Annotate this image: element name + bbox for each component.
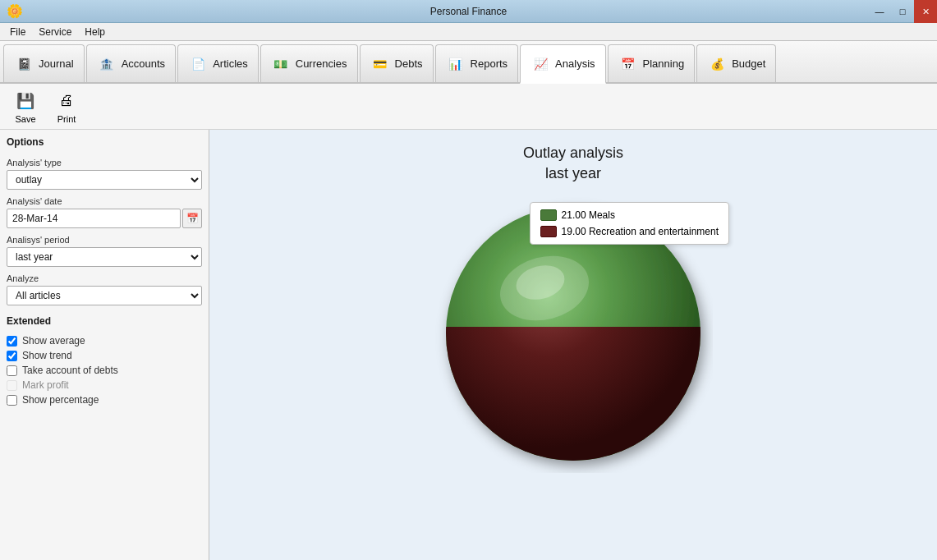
nav-planning[interactable]: 📅 Planning <box>608 44 696 82</box>
print-label: Print <box>57 114 76 124</box>
reports-icon: 📊 <box>446 54 466 74</box>
nav-accounts[interactable]: 🏦 Accounts <box>86 44 176 82</box>
accounts-icon: 🏦 <box>97 54 117 74</box>
print-button[interactable]: 🖨 Print <box>48 85 85 128</box>
take-debts-item: Take account of debts <box>7 365 202 376</box>
legend-swatch-recreation <box>540 226 557 237</box>
nav-budget[interactable]: 💰 Budget <box>696 44 776 82</box>
chart-title: Outlay analysis last year <box>523 143 623 184</box>
print-icon: 🖨 <box>55 90 78 112</box>
menu-bar: File Service Help <box>0 23 937 41</box>
analyze-select[interactable]: All articles Selected articles <box>7 286 202 305</box>
app-logo: 🌼 <box>7 3 23 20</box>
nav-bar: 📓 Journal 🏦 Accounts 📄 Articles 💵 Curren… <box>0 41 937 84</box>
nav-currencies[interactable]: 💵 Currencies <box>260 44 358 82</box>
analysis-date-wrapper: 📅 <box>7 209 202 228</box>
extended-title: Extended <box>7 315 202 330</box>
main-content: Options Analysis' type outlay income bal… <box>0 130 937 560</box>
legend-swatch-meals <box>540 209 557 221</box>
save-label: Save <box>15 114 35 124</box>
options-title: Options <box>7 136 202 151</box>
analysis-date-input[interactable] <box>7 209 181 228</box>
nav-budget-label: Budget <box>732 57 765 70</box>
legend-item-recreation: 19.00 Recreation and entertainment <box>540 226 719 237</box>
show-trend-label: Show trend <box>22 350 72 361</box>
toolbar: 💾 Save 🖨 Print <box>0 84 937 130</box>
legend-item-meals: 21.00 Meals <box>540 209 719 221</box>
take-debts-checkbox[interactable] <box>7 365 17 376</box>
nav-journal[interactable]: 📓 Journal <box>3 44 85 82</box>
analysis-date-label: Analysis' date <box>7 196 202 206</box>
planning-icon: 📅 <box>618 54 638 74</box>
menu-help[interactable]: Help <box>78 25 112 39</box>
journal-icon: 📓 <box>14 54 34 74</box>
mark-profit-checkbox[interactable] <box>7 380 17 391</box>
menu-file[interactable]: File <box>3 25 32 39</box>
show-trend-item: Show trend <box>7 350 202 361</box>
legend-box: 21.00 Meals 19.00 Recreation and enterta… <box>530 202 729 245</box>
show-average-checkbox[interactable] <box>7 336 17 347</box>
debts-icon: 💳 <box>370 54 390 74</box>
nav-currencies-label: Currencies <box>296 57 347 70</box>
chart-title-line2: last year <box>545 165 601 181</box>
show-percentage-label: Show percentage <box>22 394 99 406</box>
save-button[interactable]: 💾 Save <box>7 85 44 128</box>
nav-debts-label: Debts <box>395 57 423 70</box>
sidebar: Options Analysis' type outlay income bal… <box>0 130 209 560</box>
show-average-label: Show average <box>22 335 85 347</box>
minimize-button[interactable]: — <box>868 0 891 23</box>
take-debts-label: Take account of debts <box>22 365 118 376</box>
nav-analysis-label: Analysis <box>555 57 595 70</box>
nav-journal-label: Journal <box>39 57 74 70</box>
show-trend-checkbox[interactable] <box>7 351 17 361</box>
nav-debts[interactable]: 💳 Debts <box>360 44 434 82</box>
articles-icon: 📄 <box>188 54 208 74</box>
nav-articles[interactable]: 📄 Articles <box>177 44 259 82</box>
analysis-icon: 📈 <box>531 54 550 74</box>
chart-area: Outlay analysis last year <box>209 130 937 560</box>
menu-service[interactable]: Service <box>32 25 78 39</box>
window-title: Personal Finance <box>430 6 507 17</box>
nav-articles-label: Articles <box>213 57 248 70</box>
show-average-item: Show average <box>7 335 202 347</box>
nav-analysis[interactable]: 📈 Analysis <box>520 44 605 84</box>
legend-label-meals: 21.00 Meals <box>562 209 615 221</box>
mark-profit-label: Mark profit <box>22 379 69 391</box>
nav-planning-label: Planning <box>643 57 685 70</box>
currencies-icon: 💵 <box>271 54 291 74</box>
title-bar: 🌼 Personal Finance — □ ✕ <box>0 0 937 23</box>
extended-section: Extended Show average Show trend Take ac… <box>7 315 202 406</box>
analysis-period-select[interactable]: last year this year last month this mont… <box>7 247 202 267</box>
analysis-period-label: Analisys' period <box>7 235 202 245</box>
nav-accounts-label: Accounts <box>122 57 165 70</box>
analysis-type-select[interactable]: outlay income balance <box>7 170 202 190</box>
show-percentage-item: Show percentage <box>7 394 202 406</box>
show-percentage-checkbox[interactable] <box>7 395 17 406</box>
pie-container: 21.00 Meals 19.00 Recreation and enterta… <box>434 194 713 476</box>
analysis-type-label: Analysis' type <box>7 158 202 168</box>
nav-reports-label: Reports <box>471 57 508 70</box>
save-icon: 💾 <box>14 90 37 112</box>
mark-profit-item: Mark profit <box>7 379 202 391</box>
legend-label-recreation: 19.00 Recreation and entertainment <box>562 226 719 237</box>
nav-reports[interactable]: 📊 Reports <box>435 44 519 82</box>
budget-icon: 💰 <box>707 54 727 74</box>
analyze-label: Analyze <box>7 273 202 283</box>
chart-title-line1: Outlay analysis <box>523 145 623 161</box>
window-controls: — □ ✕ <box>868 0 937 23</box>
maximize-button[interactable]: □ <box>891 0 914 23</box>
close-button[interactable]: ✕ <box>914 0 937 23</box>
calendar-button[interactable]: 📅 <box>182 209 202 228</box>
